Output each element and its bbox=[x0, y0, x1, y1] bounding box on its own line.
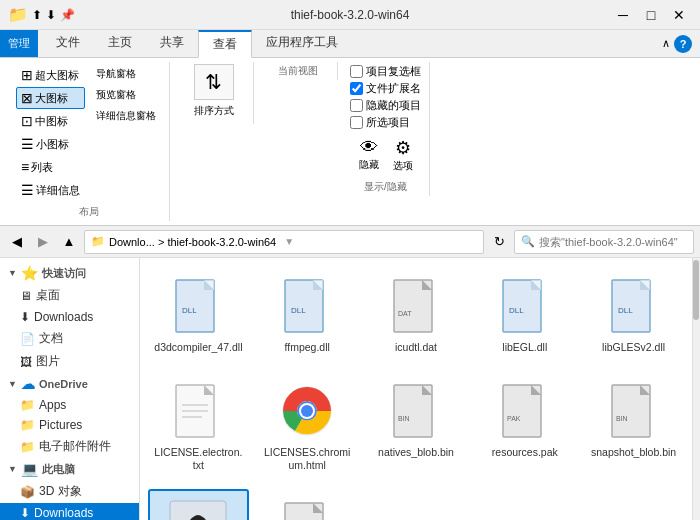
title-controls: ─ □ ✕ bbox=[610, 2, 692, 28]
file-name: LICENSES.chromium.html bbox=[263, 446, 352, 473]
btn-extra-large-icon[interactable]: ⊞ 超大图标 bbox=[16, 64, 85, 86]
downloads-pc-icon: ⬇ bbox=[20, 506, 30, 520]
file-item[interactable]: PAK resources.pak bbox=[474, 371, 575, 481]
refresh-button[interactable]: ↻ bbox=[488, 231, 510, 253]
file-item[interactable]: BIN natives_blob.bin bbox=[366, 371, 467, 481]
pane-preview-btn[interactable]: 预览窗格 bbox=[91, 85, 161, 105]
hidden-checkbox-input[interactable] bbox=[350, 99, 363, 112]
collapse-ribbon-btn[interactable]: ∧ bbox=[662, 37, 670, 50]
sidebar-item-apps[interactable]: 📁 Apps bbox=[0, 395, 139, 415]
checkbox-ext[interactable]: 文件扩展名 bbox=[350, 81, 421, 96]
file-grid: DLL d3dcompiler_47.dll DLL ffmpeg.dll bbox=[148, 266, 684, 520]
checkbox-item-checkbox[interactable]: 项目复选框 bbox=[350, 64, 421, 79]
file-icon-dll3: DLL bbox=[493, 274, 557, 338]
file-name: resources.pak bbox=[492, 446, 558, 460]
large-icon-icon: ⊠ bbox=[21, 90, 33, 106]
svg-text:PAK: PAK bbox=[507, 415, 521, 422]
sidebar-scrollbar-thumb[interactable] bbox=[693, 260, 699, 320]
file-icon-pak: PAK bbox=[493, 379, 557, 443]
onedrive-icon: ☁ bbox=[21, 376, 35, 392]
file-item[interactable]: LICENSES.chromium.html bbox=[257, 371, 358, 481]
sidebar-item-pictures-od[interactable]: 📁 Pictures bbox=[0, 415, 139, 435]
address-text: Downlo... > thief-book-3.2.0-win64 bbox=[109, 236, 276, 248]
btn-list[interactable]: ≡ 列表 bbox=[16, 156, 85, 178]
file-icon-dll4: DLL bbox=[602, 274, 666, 338]
sidebar-item-pictures[interactable]: 🖼 图片 bbox=[0, 350, 139, 373]
hide-icon: 👁 bbox=[360, 137, 378, 158]
btn-medium-icon[interactable]: ⊡ 中图标 bbox=[16, 110, 85, 132]
file-item[interactable]: DLL libEGL.dll bbox=[474, 266, 575, 363]
svg-text:BIN: BIN bbox=[398, 415, 410, 422]
folder-icon-addr: 📁 bbox=[91, 235, 105, 248]
tab-view[interactable]: 查看 bbox=[198, 30, 252, 58]
svg-text:DLL: DLL bbox=[509, 306, 524, 315]
ribbon-group-layout: ⊞ 超大图标 ⊠ 大图标 ⊡ 中图标 ☰ 小图标 bbox=[8, 62, 170, 221]
title-bar-left: 📁 ⬆ ⬇ 📌 bbox=[8, 5, 75, 24]
sidebar-item-desktop[interactable]: 🖥 桌面 bbox=[0, 284, 139, 307]
ribbon-group-sort: ⇅ 排序方式 bbox=[174, 62, 254, 124]
layout-buttons: ⊞ 超大图标 ⊠ 大图标 ⊡ 中图标 ☰ 小图标 bbox=[16, 64, 161, 201]
tab-share[interactable]: 共享 bbox=[146, 30, 198, 57]
sidebar-scrollbar[interactable] bbox=[692, 258, 700, 520]
computer-icon: 💻 bbox=[21, 461, 38, 477]
file-name: libGLESv2.dll bbox=[602, 341, 665, 355]
ribbon-manage-pill[interactable]: 管理 bbox=[0, 30, 38, 57]
pane-details-btn[interactable]: 详细信息窗格 bbox=[91, 106, 161, 126]
file-icon-exe bbox=[166, 497, 230, 520]
sidebar: ▼ ⭐ 快速访问 🖥 桌面 ⬇ Downloads 📄 文档 🖼 图片 ▼ ☁ … bbox=[0, 258, 140, 520]
documents-label: 文档 bbox=[39, 330, 63, 347]
minimize-button[interactable]: ─ bbox=[610, 2, 636, 28]
back-button[interactable]: ◀ bbox=[6, 231, 28, 253]
list-icon: ≡ bbox=[21, 159, 29, 175]
btn-details[interactable]: ☰ 详细信息 bbox=[16, 179, 85, 201]
up-button[interactable]: ▲ bbox=[58, 231, 80, 253]
tab-file[interactable]: 文件 bbox=[42, 30, 94, 57]
file-name: d3dcompiler_47.dll bbox=[154, 341, 242, 355]
close-button[interactable]: ✕ bbox=[666, 2, 692, 28]
ext-checkbox-input[interactable] bbox=[350, 82, 363, 95]
maximize-button[interactable]: □ bbox=[638, 2, 664, 28]
file-item[interactable]: BIN snapshot_blob.bin bbox=[583, 371, 684, 481]
sidebar-item-downloads-pc[interactable]: ⬇ Downloads bbox=[0, 503, 139, 520]
btn-small-icon[interactable]: ☰ 小图标 bbox=[16, 133, 85, 155]
hide-selected-btn[interactable]: 👁 隐藏 bbox=[354, 134, 384, 176]
checkbox-hidden[interactable]: 隐藏的项目 bbox=[350, 98, 421, 113]
file-item-selected[interactable]: thief-book.exe bbox=[148, 489, 249, 520]
pane-nav-btn[interactable]: 导航窗格 bbox=[91, 64, 161, 84]
forward-button[interactable]: ▶ bbox=[32, 231, 54, 253]
search-box[interactable]: 🔍 bbox=[514, 230, 694, 254]
sidebar-item-documents[interactable]: 📄 文档 bbox=[0, 327, 139, 350]
file-icon-bin1: BIN bbox=[384, 379, 448, 443]
svg-rect-17 bbox=[640, 280, 650, 290]
pictures-label: 图片 bbox=[36, 353, 60, 370]
search-input[interactable] bbox=[539, 236, 687, 248]
file-item[interactable]: DAT icudtl.dat bbox=[366, 266, 467, 363]
project-checkbox-input[interactable] bbox=[350, 65, 363, 78]
ribbon-tabs: 管理 文件 主页 共享 查看 应用程序工具 ∧ ? bbox=[0, 30, 700, 58]
file-item[interactable]: LICENSE.electron.txt bbox=[148, 371, 249, 481]
sidebar-item-downloads-quick[interactable]: ⬇ Downloads bbox=[0, 307, 139, 327]
file-item[interactable]: DLL libGLESv2.dll bbox=[583, 266, 684, 363]
3d-objects-label: 3D 对象 bbox=[39, 483, 82, 500]
tab-app-tools[interactable]: 应用程序工具 bbox=[252, 30, 352, 57]
sort-btn-large[interactable]: ⇅ bbox=[194, 64, 234, 100]
checkbox-selected[interactable]: 所选项目 bbox=[350, 115, 421, 130]
nav-icon-small: ⬆ bbox=[32, 8, 42, 22]
file-item[interactable]: DLL ffmpeg.dll bbox=[257, 266, 358, 363]
tab-home[interactable]: 主页 bbox=[94, 30, 146, 57]
sidebar-quick-access-header[interactable]: ▼ ⭐ 快速访问 bbox=[0, 262, 139, 284]
file-icon-dll2: DLL bbox=[275, 274, 339, 338]
selected-checkbox-input[interactable] bbox=[350, 116, 363, 129]
help-btn[interactable]: ? bbox=[674, 35, 692, 53]
sidebar-onedrive-header[interactable]: ▼ ☁ OneDrive bbox=[0, 373, 139, 395]
sidebar-item-3d-objects[interactable]: 📦 3D 对象 bbox=[0, 480, 139, 503]
file-item[interactable]: DLL d3dcompiler_47.dll bbox=[148, 266, 249, 363]
file-item[interactable]: BIN v8_context_snapshot.bin bbox=[257, 489, 358, 520]
options-btn[interactable]: ⚙ 选项 bbox=[388, 134, 418, 176]
chevron-down-icon-3: ▼ bbox=[8, 464, 17, 474]
addr-dropdown-icon[interactable]: ▼ bbox=[284, 236, 294, 247]
btn-large-icon[interactable]: ⊠ 大图标 bbox=[16, 87, 85, 109]
sidebar-item-email-attachments[interactable]: 📁 电子邮件附件 bbox=[0, 435, 139, 458]
sidebar-thispc-header[interactable]: ▼ 💻 此电脑 bbox=[0, 458, 139, 480]
address-box[interactable]: 📁 Downlo... > thief-book-3.2.0-win64 ▼ bbox=[84, 230, 484, 254]
